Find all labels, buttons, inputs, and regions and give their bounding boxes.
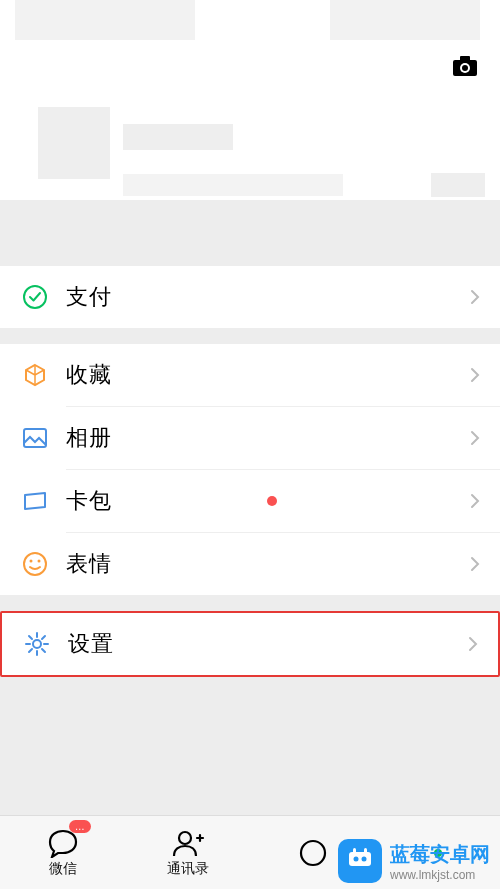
favorites-icon [20,362,50,388]
nav-contacts[interactable]: 通讯录 [125,816,250,889]
pay-icon [20,284,50,310]
chevron-right-icon [470,493,480,509]
row-label: 收藏 [66,360,470,390]
profile-card[interactable] [38,99,485,219]
row-album[interactable]: 相册 [0,407,500,469]
nav-chats[interactable]: … 微信 [0,816,125,889]
wechat-id-blurred [123,174,343,196]
album-icon [20,427,50,449]
row-label: 卡包 [66,486,259,516]
section-pay: 支付 [0,266,500,328]
chevron-right-icon [470,556,480,572]
svg-rect-17 [364,848,367,854]
row-cards[interactable]: 卡包 [0,470,500,532]
chevron-right-icon [470,367,480,383]
watermark: 蓝莓安卓网 www.lmkjst.com [328,833,500,889]
svg-point-4 [24,286,46,308]
svg-rect-5 [24,429,46,447]
svg-point-6 [24,553,46,575]
svg-rect-16 [353,848,356,854]
avatar [38,107,110,179]
row-settings[interactable]: 设置 [2,613,498,675]
discover-icon [298,838,328,868]
row-label: 支付 [66,282,470,312]
chevron-right-icon [468,636,478,652]
row-stickers[interactable]: 表情 [0,533,500,595]
row-pay[interactable]: 支付 [0,266,500,328]
svg-point-10 [179,832,191,844]
section-items: 收藏 相册 卡包 [0,344,500,595]
chevron-right-icon [470,430,480,446]
svg-point-15 [362,857,367,862]
svg-rect-1 [460,56,470,62]
stickers-icon [20,551,50,577]
camera-icon[interactable] [452,55,478,77]
watermark-url: www.lmkjst.com [390,868,475,882]
svg-point-8 [38,560,41,563]
row-label: 表情 [66,549,470,579]
display-name-blurred [123,124,233,150]
gear-icon [22,631,52,657]
row-favorites[interactable]: 收藏 [0,344,500,406]
row-label: 设置 [68,629,468,659]
svg-point-3 [462,65,468,71]
contacts-icon [171,828,205,858]
nav-label: 微信 [49,860,77,878]
chevron-right-icon [470,289,480,305]
cards-icon [20,491,50,511]
nav-label: 通讯录 [167,860,209,878]
profile-header [0,0,500,200]
svg-point-7 [30,560,33,563]
row-label: 相册 [66,423,470,453]
watermark-logo [338,839,382,883]
watermark-title: 蓝莓安卓网 [390,841,490,868]
svg-point-14 [354,857,359,862]
svg-point-9 [33,640,41,648]
svg-rect-13 [349,852,371,866]
svg-point-11 [301,841,325,865]
qr-blurred [431,173,485,197]
notification-dot [267,496,277,506]
section-settings-highlighted: 设置 [0,611,500,677]
chats-badge: … [69,820,91,833]
